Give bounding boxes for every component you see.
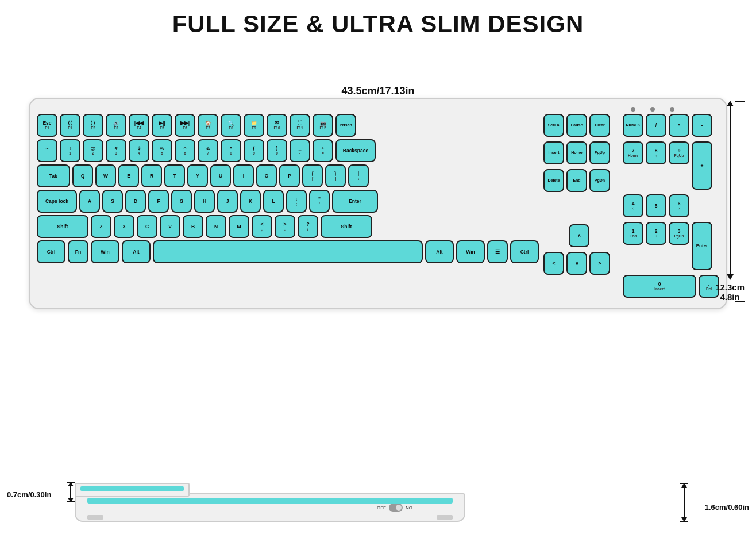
key-7: &7 xyxy=(198,139,218,162)
number-row: ~` !1 @2 #3 $4 %5 ^6 &7 *8 (9 )0 _- += B… xyxy=(37,139,539,162)
key-n: N xyxy=(206,215,226,238)
thickness-label: 0.7cm/0.30in xyxy=(7,490,51,499)
thickness-arrow xyxy=(68,482,74,502)
key-p: P xyxy=(279,164,300,187)
key-insert: Insert xyxy=(543,141,564,164)
zxcv-row: Shift Z X C V B N M <, >. ?/ Shift xyxy=(37,215,539,238)
key-left: < xyxy=(543,252,564,275)
key-num7: 7Home xyxy=(623,141,643,164)
key-q: Q xyxy=(72,164,93,187)
key-a: A xyxy=(79,190,100,213)
key-delete: Delete xyxy=(543,169,564,192)
key-enter: Enter xyxy=(332,190,378,213)
numpad-top-row: NumLK / * - xyxy=(623,114,719,137)
key-num-plus: + xyxy=(692,141,712,190)
keyboard-body: EscF1 ⟨⟨F1 ⟩⟩F2 🔊F3 |◀◀F4 ▶||F5 ▶▶|F6 🏠F… xyxy=(29,98,727,309)
led-2 xyxy=(650,107,655,112)
key-minus: _- xyxy=(290,139,310,162)
key-f7: 🏠F7 xyxy=(198,114,218,137)
keyboard-diagram: EscF1 ⟨⟨F1 ⟩⟩F2 🔊F3 |◀◀F4 ▶||F5 ▶▶|F6 🏠F… xyxy=(29,98,727,309)
key-ctrl-left: Ctrl xyxy=(37,240,65,263)
key-z: Z xyxy=(91,215,111,238)
key-backslash: |\ xyxy=(348,164,369,187)
key-t: T xyxy=(164,164,185,187)
key-u: U xyxy=(210,164,231,187)
key-backspace: Backspace xyxy=(335,139,376,162)
key-w: W xyxy=(95,164,116,187)
main-section: EscF1 ⟨⟨F1 ⟩⟩F2 🔊F3 |◀◀F4 ▶||F5 ▶▶|F6 🏠F… xyxy=(37,114,539,300)
key-3: #3 xyxy=(106,139,126,162)
key-num2: 2↓ xyxy=(646,222,666,245)
key-f8: 🔍F8 xyxy=(221,114,241,137)
key-comma: <, xyxy=(252,215,272,238)
key-num6: 6> xyxy=(669,194,689,217)
key-tilde: ~` xyxy=(37,139,57,162)
key-num4: 4< xyxy=(623,194,643,217)
key-alt-right: Alt xyxy=(425,240,454,263)
nav-del-row: Delete End PgDn xyxy=(543,169,618,192)
key-f: F xyxy=(148,190,169,213)
key-menu: ☰ xyxy=(487,240,508,263)
key-right: > xyxy=(589,252,610,275)
key-f4: |◀◀F4 xyxy=(129,114,149,137)
key-num0: 0Insert xyxy=(623,275,696,298)
key-num-minus: - xyxy=(692,114,712,137)
key-equals: += xyxy=(313,139,333,162)
key-y: Y xyxy=(187,164,208,187)
key-h: H xyxy=(194,190,215,213)
key-e: E xyxy=(118,164,139,187)
height-label: 12.3cm 4.8in xyxy=(715,282,745,302)
key-down: ∨ xyxy=(566,252,587,275)
key-num5: 5 xyxy=(646,194,666,217)
key-home: Home xyxy=(566,141,587,164)
led-1 xyxy=(631,107,635,112)
key-num9: 9PgUp xyxy=(669,141,689,164)
key-up: ∧ xyxy=(569,224,589,247)
key-num-enter: Enter xyxy=(692,222,712,270)
key-num-mul: * xyxy=(669,114,689,137)
key-capslock: Caps lock xyxy=(37,190,77,213)
key-s: S xyxy=(102,190,123,213)
led-row xyxy=(37,107,719,112)
height-measurement: 12.3cm 4.8in xyxy=(715,101,745,302)
key-pgdn: PgDn xyxy=(589,169,610,192)
qwerty-row: Tab Q W E R T Y U I O P {[ }] |\ xyxy=(37,164,539,187)
key-slash: ?/ xyxy=(298,215,318,238)
key-f6: ▶▶|F6 xyxy=(175,114,195,137)
nav-arrows-row: < ∨ > xyxy=(543,252,618,275)
key-6: ^6 xyxy=(175,139,195,162)
key-f5: ▶||F5 xyxy=(152,114,172,137)
nav-up-row: ∧ xyxy=(543,224,618,247)
key-alt-left: Alt xyxy=(122,240,151,263)
numpad-row3: 1End 2↓ 3PgDn Enter xyxy=(623,222,719,270)
key-8: *8 xyxy=(221,139,241,162)
key-r: R xyxy=(141,164,162,187)
key-end: End xyxy=(566,169,587,192)
key-prtscn: Prtscn xyxy=(335,114,356,137)
key-f9: 📁F9 xyxy=(244,114,264,137)
key-x: X xyxy=(114,215,134,238)
key-num3: 3PgDn xyxy=(669,222,689,245)
side-height-arrow xyxy=(681,483,687,522)
key-d: D xyxy=(125,190,146,213)
page-title: FULL SIZE & ULTRA SLIM DESIGN xyxy=(0,0,756,38)
led-3 xyxy=(670,107,674,112)
key-rbrace: }] xyxy=(325,164,346,187)
asdf-row: Caps lock A S D F G H J K L :; "' Enter xyxy=(37,190,539,213)
key-k: K xyxy=(240,190,261,213)
key-shift-left: Shift xyxy=(37,215,88,238)
fn-row: EscF1 ⟨⟨F1 ⟩⟩F2 🔊F3 |◀◀F4 ▶||F5 ▶▶|F6 🏠F… xyxy=(37,114,539,137)
key-period: >. xyxy=(275,215,295,238)
numpad-row4: 0Insert .Del xyxy=(623,275,719,298)
key-semicolon: :; xyxy=(286,190,307,213)
key-g: G xyxy=(171,190,192,213)
key-o: O xyxy=(256,164,277,187)
key-num1: 1End xyxy=(623,222,643,245)
key-b: B xyxy=(183,215,203,238)
key-win-right: Win xyxy=(456,240,485,263)
key-f11: ⛶F11 xyxy=(290,114,310,137)
nav-top-row: ScrLK Pause Clear xyxy=(543,114,618,137)
bottom-row: Ctrl Fn Win Alt Alt Win ☰ Ctrl xyxy=(37,240,539,263)
key-lbrace: {[ xyxy=(302,164,323,187)
key-fn2: Fn xyxy=(68,240,88,263)
